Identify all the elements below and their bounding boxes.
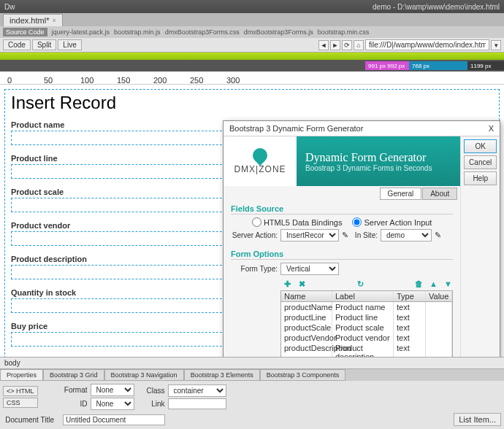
grid-row[interactable]: productLineProduct linetext bbox=[281, 312, 452, 322]
prop-tab[interactable]: Bootstrap 3 Navigation bbox=[104, 369, 184, 381]
dialog-titlebar[interactable]: Bootstrap 3 Dynamic Form Generator X bbox=[224, 121, 500, 136]
col-value[interactable]: Value bbox=[426, 291, 452, 301]
help-button[interactable]: Help bbox=[464, 171, 497, 185]
link-input[interactable] bbox=[168, 398, 226, 409]
class-label: Class bbox=[143, 387, 165, 395]
document-tab[interactable]: index.html* × bbox=[3, 14, 63, 26]
section-form-options: Form Options bbox=[231, 250, 453, 260]
related-file[interactable]: bootstrap.min.css bbox=[318, 28, 370, 36]
breakpoint-bar: 991 px 992 px 768 px 1199 px bbox=[0, 60, 504, 72]
document-tabs: index.html* × bbox=[0, 13, 504, 26]
prop-tab[interactable]: Bootstrap 3 Elements bbox=[184, 369, 260, 381]
dmxzone-logo: DMX|ZONE bbox=[224, 136, 297, 186]
close-icon[interactable]: × bbox=[52, 17, 56, 24]
split-view-button[interactable]: Split bbox=[32, 39, 56, 50]
status-strip bbox=[0, 53, 504, 60]
refresh-icon[interactable]: ↻ bbox=[355, 279, 365, 289]
delete-icon[interactable]: ✖ bbox=[297, 279, 307, 289]
list-item-button[interactable]: List Item... bbox=[454, 413, 501, 426]
close-icon[interactable]: X bbox=[489, 124, 494, 133]
ruler: 050100150200250300 bbox=[0, 72, 504, 85]
page-heading: Insert Record bbox=[11, 93, 493, 113]
trash-icon[interactable]: 🗑 bbox=[413, 279, 424, 289]
properties-panel: body Properties Bootstrap 3 Grid Bootstr… bbox=[0, 357, 504, 429]
form-type-select[interactable]: Vertical bbox=[280, 263, 339, 275]
refresh-icon[interactable]: ⟳ bbox=[342, 40, 352, 50]
in-site-select[interactable]: demo bbox=[381, 229, 432, 241]
tab-about[interactable]: About bbox=[422, 188, 457, 200]
grid-row[interactable]: productNameProduct nametext bbox=[281, 302, 452, 312]
source-code-label: Source Code bbox=[3, 28, 47, 36]
doc-title-label: Document Title bbox=[3, 416, 54, 424]
server-action-label: Server Action: bbox=[231, 231, 278, 239]
back-icon[interactable]: ◄ bbox=[318, 40, 329, 50]
source-bar: Source Code jquery-latest.pack.js bootst… bbox=[0, 26, 504, 38]
down-icon[interactable]: ▼ bbox=[443, 279, 453, 289]
code-view-button[interactable]: Code bbox=[3, 39, 31, 50]
radio-server-label: Server Action Input bbox=[364, 218, 432, 227]
dialog-banner: DMX|ZONE Dynamic Form Generator Boostrap… bbox=[224, 136, 460, 186]
id-label: ID bbox=[47, 400, 88, 408]
home-icon[interactable]: ⌂ bbox=[354, 40, 364, 50]
prop-tab[interactable]: Bootstrap 3 Components bbox=[260, 369, 346, 381]
radio-html5-label: HTML5 Data Bindings bbox=[264, 218, 343, 227]
breakpoint[interactable]: 768 px bbox=[409, 61, 467, 70]
id-select[interactable]: None bbox=[91, 398, 134, 410]
prop-tab[interactable]: Properties bbox=[0, 369, 43, 381]
edit-icon[interactable]: ✎ bbox=[342, 231, 348, 240]
breakpoint[interactable]: 991 px 992 px bbox=[365, 61, 409, 70]
forward-icon[interactable]: ► bbox=[330, 40, 340, 50]
form-type-label: Form Type: bbox=[231, 265, 278, 273]
class-select[interactable]: container bbox=[168, 384, 226, 397]
app-logo: Dw bbox=[4, 3, 15, 11]
format-select[interactable]: None bbox=[91, 384, 134, 396]
col-label[interactable]: Label bbox=[332, 291, 394, 301]
doc-title-input[interactable] bbox=[63, 414, 165, 425]
col-type[interactable]: Type bbox=[394, 291, 426, 301]
cancel-button[interactable]: Cancel bbox=[464, 155, 497, 169]
edit-icon[interactable]: ✎ bbox=[435, 231, 441, 240]
dialog-title: Bootstrap 3 Dynamic Form Generator bbox=[229, 124, 363, 133]
radio-html5[interactable] bbox=[252, 217, 261, 227]
tab-general[interactable]: General bbox=[380, 188, 422, 200]
col-name[interactable]: Name bbox=[281, 291, 332, 301]
live-view-button[interactable]: Live bbox=[58, 39, 81, 50]
address-input[interactable] bbox=[365, 39, 489, 50]
related-file[interactable]: bootstrap.min.js bbox=[114, 28, 161, 36]
grid-row[interactable]: productVendorProduct vendortext bbox=[281, 333, 452, 343]
in-site-label: In Site: bbox=[351, 231, 378, 239]
view-toolbar: Code Split Live ◄ ► ⟳ ⌂ ▾ bbox=[0, 38, 504, 53]
link-label: Link bbox=[143, 400, 165, 408]
radio-server[interactable] bbox=[352, 217, 362, 227]
related-file[interactable]: dmxBootstrap3Forms.css bbox=[165, 28, 240, 36]
server-action-select[interactable]: InsertRecord bbox=[280, 229, 339, 241]
tab-label: index.html* bbox=[9, 16, 49, 25]
grid-row[interactable]: productScaleProduct scaletext bbox=[281, 322, 452, 333]
hero-subtitle: Boostrap 3 Dynamic Forms in Seconds bbox=[305, 164, 460, 172]
format-label: Format bbox=[47, 386, 88, 394]
related-file[interactable]: dmxBootstrap3Forms.js bbox=[244, 28, 313, 36]
app-title: demo - D:\wamp\www\demo\index.html bbox=[373, 3, 500, 11]
drop-icon bbox=[250, 145, 270, 166]
html-tag[interactable]: <> HTML bbox=[3, 386, 38, 396]
dropdown-icon[interactable]: ▾ bbox=[491, 40, 501, 50]
related-file[interactable]: jquery-latest.pack.js bbox=[52, 28, 110, 36]
css-tag[interactable]: CSS bbox=[3, 398, 38, 408]
dom-breadcrumb[interactable]: body bbox=[0, 357, 504, 369]
up-icon[interactable]: ▲ bbox=[428, 279, 438, 289]
app-titlebar: Dw demo - D:\wamp\www\demo\index.html bbox=[0, 0, 504, 13]
ok-button[interactable]: OK bbox=[464, 139, 497, 153]
add-icon[interactable]: ✚ bbox=[282, 279, 292, 289]
hero-title: Dynamic Form Generator bbox=[305, 151, 460, 164]
breakpoint[interactable]: 1199 px bbox=[467, 61, 504, 70]
prop-tab[interactable]: Bootstrap 3 Grid bbox=[43, 369, 104, 381]
section-fields-source: Fields Source bbox=[231, 204, 453, 214]
